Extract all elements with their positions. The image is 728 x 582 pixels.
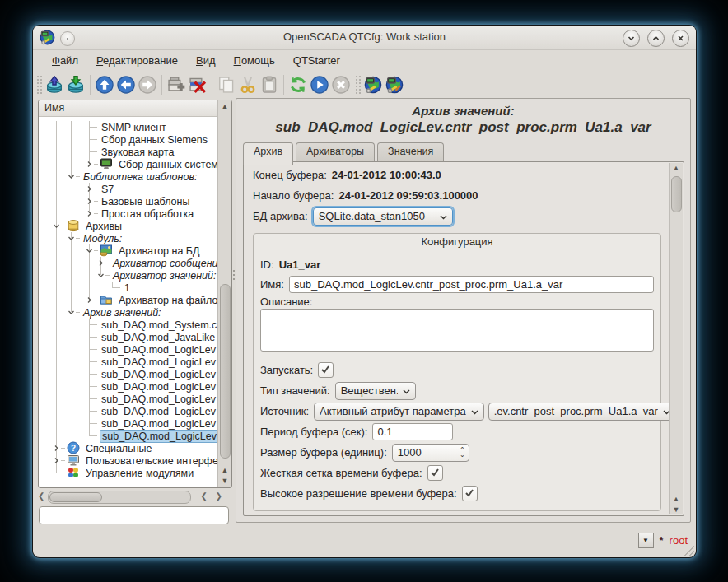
resize-grip[interactable] [684, 546, 694, 556]
tree-item[interactable]: Простая обработка [39, 207, 218, 220]
expand-icon[interactable] [86, 296, 93, 304]
source-type-combo[interactable]: Активный атрибут параметра [314, 403, 484, 421]
menu-2[interactable]: Редактирование [87, 52, 187, 69]
name-input[interactable]: sub_DAQ.mod_LogicLev.cntr_post_proc.prm_… [289, 276, 654, 293]
expand-icon[interactable] [86, 161, 93, 168]
tree-filter-input[interactable] [39, 506, 229, 524]
collapse-icon[interactable] [53, 222, 60, 230]
collapse-icon[interactable] [68, 173, 75, 180]
expand-icon[interactable] [86, 198, 93, 205]
tree-item[interactable]: Архиватор на БД [39, 244, 218, 257]
tree-item[interactable]: Модуль: [39, 232, 218, 244]
tree-item[interactable]: sub_DAQ.mod_LogicLev [39, 368, 218, 380]
tree-scroll-thumb[interactable] [220, 284, 231, 459]
cut-button[interactable] [237, 72, 259, 97]
expand-icon[interactable] [53, 457, 60, 464]
menu-1[interactable]: Файл [43, 52, 87, 69]
tree-item[interactable]: sub_DAQ.mod_LogicLev [39, 356, 218, 368]
tree-item[interactable]: 1 [39, 282, 218, 294]
forward-button[interactable] [137, 72, 158, 97]
tree-item[interactable]: sub_DAQ.mod_LogicLev [39, 393, 218, 405]
maximize-button[interactable] [647, 30, 665, 47]
tree-item[interactable]: sub_DAQ.mod_LogicLev [39, 417, 218, 430]
up-button[interactable] [94, 72, 115, 97]
high-res-checkbox[interactable] [462, 486, 478, 501]
tree-item[interactable]: sub_DAQ.mod_LogicLev [39, 405, 218, 417]
save-button[interactable] [65, 72, 86, 97]
tree-item[interactable]: SNMP клиент [39, 121, 218, 133]
scroll-down-icon[interactable]: ▼ [218, 476, 231, 487]
menu-5[interactable]: QTStarter [284, 52, 349, 69]
user-dropdown-button[interactable]: ▼ [638, 533, 654, 548]
tree-item[interactable]: ?Специальные [39, 442, 218, 454]
archive-db-combo[interactable]: SQLite.data_stan1050 [313, 207, 453, 226]
collapse-icon[interactable] [68, 235, 75, 242]
scroll-left-icon[interactable]: ❮ [38, 491, 44, 501]
spin-arrows-icon[interactable]: ⌃⌄ [460, 448, 465, 458]
description-textarea[interactable] [260, 309, 654, 352]
stop-button[interactable] [330, 72, 352, 97]
tree-item[interactable]: Архиватор значений: [39, 269, 218, 282]
tree-item[interactable]: Звуковая карта [39, 146, 218, 158]
scroll-down-icon[interactable]: ▼ [670, 505, 683, 514]
tree-item[interactable]: sub_DAQ.mod_LogicLev [39, 430, 218, 442]
expand-icon[interactable] [86, 185, 93, 193]
tree-item[interactable]: Сбор данных Siemens [39, 133, 218, 146]
tree-item[interactable]: Сбор данных системы [39, 158, 218, 170]
expand-icon[interactable] [97, 259, 105, 267]
scroll-up-icon[interactable]: ▲ [218, 465, 231, 476]
refresh-button[interactable] [287, 72, 309, 97]
buffer-period-input[interactable]: 0.1 [372, 423, 453, 440]
copy-button[interactable] [216, 72, 237, 97]
collapse-icon[interactable] [97, 272, 105, 279]
expand-icon[interactable] [53, 445, 60, 452]
collapse-icon[interactable] [86, 247, 93, 254]
buffer-size-spinbox[interactable]: 1000⌃⌄ [392, 444, 469, 462]
tree-header[interactable]: Имя [39, 100, 218, 117]
tree-item[interactable]: Архивы [39, 220, 218, 232]
hard-grid-checkbox[interactable] [427, 465, 443, 481]
tree-item[interactable]: Пользовательские интерфейсы [39, 454, 218, 467]
menu-4[interactable]: Помощь [225, 52, 284, 69]
tree-hscroll-thumb[interactable] [49, 492, 102, 502]
start-button[interactable] [309, 72, 330, 97]
close-button[interactable] [672, 30, 689, 47]
source-value-combo[interactable]: .ev.cntr_post_proc.prm_Ua1.a_var [488, 403, 670, 421]
tree-item[interactable]: Архиватор на файловую систему [39, 294, 218, 306]
load-button[interactable] [44, 72, 65, 97]
paste-button[interactable] [259, 72, 280, 97]
menu-3[interactable]: Вид [187, 52, 225, 69]
collapse-icon[interactable] [68, 309, 75, 316]
tree-item[interactable]: Архив значений: [39, 306, 218, 319]
qtcfg-button[interactable] [362, 72, 384, 97]
toolbar-handle[interactable] [355, 75, 361, 95]
tab-3[interactable]: Значения [377, 142, 444, 161]
titlebar[interactable]: OpenSCADA QTCfg: Work station [33, 26, 696, 50]
content-scroll-thumb[interactable] [671, 176, 682, 212]
scroll-up-icon[interactable]: ▲ [670, 495, 683, 503]
tree-item[interactable]: Управление модулями [39, 467, 218, 479]
tree-vertical-scrollbar[interactable]: ▲ ▲ ▼ [217, 100, 231, 487]
tree-item[interactable]: S7 [39, 183, 218, 195]
run-checkbox[interactable] [318, 362, 334, 378]
tab-1[interactable]: Архив [243, 142, 293, 165]
scroll-right-icon[interactable]: ❯ [216, 491, 222, 501]
toolbar-handle[interactable] [36, 75, 42, 95]
tree-item[interactable]: Библиотека шаблонов: [39, 170, 218, 183]
tree-horizontal-scrollbar[interactable]: ❮ ❮ ❯ [38, 491, 232, 503]
expand-icon[interactable] [86, 210, 93, 217]
tree-item[interactable]: Базовые шаблоны [39, 195, 218, 207]
back-button[interactable] [115, 72, 137, 97]
scroll-left-icon[interactable]: ❮ [201, 491, 208, 501]
add-item-button[interactable] [166, 72, 187, 97]
delete-item-button[interactable] [187, 72, 208, 97]
minimize-button[interactable] [623, 30, 640, 47]
tree-item[interactable]: sub_DAQ.mod_LogicLev [39, 380, 218, 393]
scroll-up-icon[interactable]: ▲ [670, 164, 683, 172]
value-type-combo[interactable]: Веществен. [335, 382, 416, 400]
tab-2[interactable]: Архиваторы [296, 142, 375, 161]
tree-item[interactable]: Архиватор сообщений: [39, 257, 218, 269]
qtstarter-button[interactable] [384, 72, 405, 97]
tree-item[interactable]: sub_DAQ.mod_JavaLike [39, 331, 218, 343]
content-vertical-scrollbar[interactable]: ▲ ▲ ▼ [669, 163, 683, 514]
